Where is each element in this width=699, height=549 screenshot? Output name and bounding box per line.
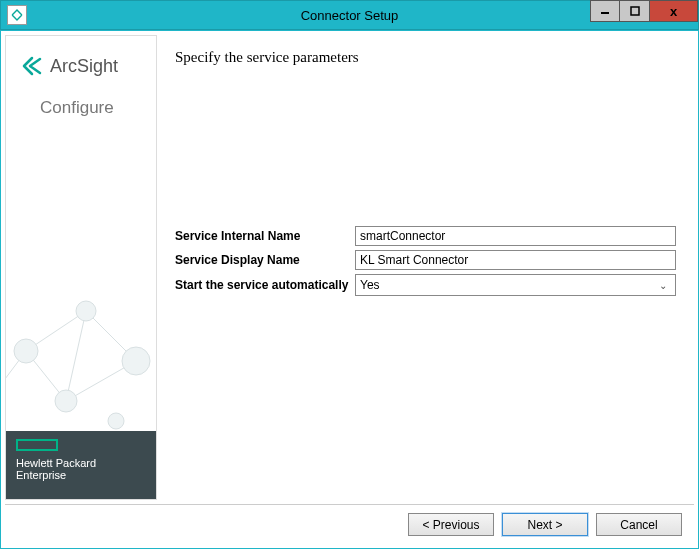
next-button[interactable]: Next > (502, 513, 588, 536)
maximize-button[interactable] (620, 0, 650, 22)
svg-rect-1 (631, 7, 639, 15)
row-display-name: Service Display Name (175, 250, 676, 270)
input-display-name[interactable] (355, 250, 676, 270)
previous-button[interactable]: < Previous (408, 513, 494, 536)
svg-point-10 (122, 347, 150, 375)
row-auto-start: Start the service automatically Yes ⌄ (175, 274, 676, 296)
brand: ArcSight (20, 54, 146, 78)
chevron-down-icon: ⌄ (659, 280, 667, 291)
main-panel: Specify the service parameters Service I… (157, 35, 694, 500)
svg-point-11 (55, 390, 77, 412)
sidebar-graphic (6, 128, 156, 431)
hpe-text-2: Enterprise (16, 469, 146, 481)
label-internal-name: Service Internal Name (175, 229, 355, 243)
hpe-logo-icon (16, 439, 58, 451)
minimize-button[interactable] (590, 0, 620, 22)
svg-point-9 (76, 301, 96, 321)
row-internal-name: Service Internal Name (175, 226, 676, 246)
label-auto-start: Start the service automatically (175, 278, 355, 292)
titlebar: Connector Setup x (0, 0, 699, 30)
hpe-text-1: Hewlett Packard (16, 457, 146, 469)
sidebar-footer: Hewlett Packard Enterprise (6, 431, 156, 499)
brand-text: ArcSight (50, 56, 118, 77)
page-heading: Specify the service parameters (175, 49, 676, 66)
window-controls: x (590, 0, 698, 22)
select-auto-start-value: Yes (360, 278, 380, 292)
cancel-button[interactable]: Cancel (596, 513, 682, 536)
wizard-button-bar: < Previous Next > Cancel (5, 504, 694, 544)
wizard-frame: ArcSight Configure (0, 30, 699, 549)
label-display-name: Service Display Name (175, 253, 355, 267)
svg-point-12 (108, 413, 124, 429)
input-internal-name[interactable] (355, 226, 676, 246)
svg-point-8 (14, 339, 38, 363)
sidebar-subtitle: Configure (40, 98, 146, 118)
sidebar: ArcSight Configure (5, 35, 157, 500)
close-button[interactable]: x (650, 0, 698, 22)
app-icon (7, 5, 27, 25)
arcsight-icon (20, 54, 44, 78)
svg-line-6 (66, 311, 86, 401)
window-title: Connector Setup (301, 8, 399, 23)
select-auto-start[interactable]: Yes ⌄ (355, 274, 676, 296)
